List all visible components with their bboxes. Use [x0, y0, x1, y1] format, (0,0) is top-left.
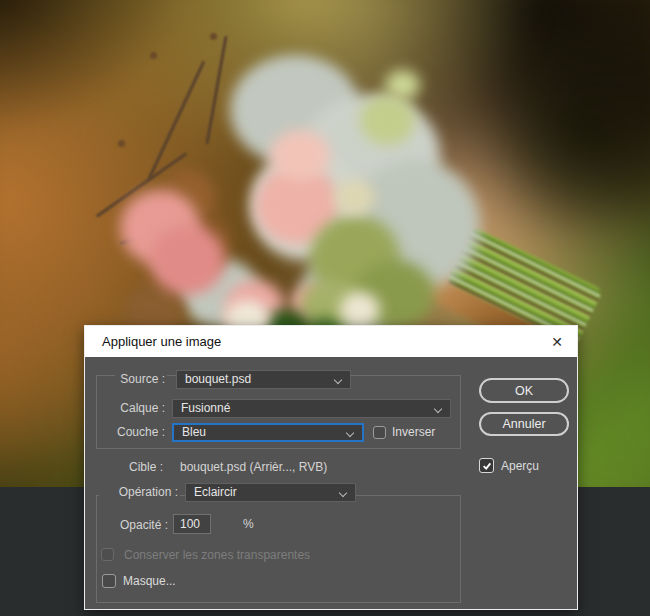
- dialog-title: Appliquer une image: [102, 334, 221, 349]
- photoshop-workspace: Appliquer une image ✕ Source : bouquet.p…: [0, 0, 650, 616]
- cancel-button[interactable]: Annuler: [479, 412, 569, 436]
- channel-select-value: Bleu: [182, 425, 206, 439]
- close-button[interactable]: ✕: [537, 326, 577, 357]
- preserve-transparency-label: Conserver les zones transparentes: [124, 548, 310, 563]
- chevron-down-icon: [339, 489, 347, 497]
- mask-label: Masque...: [123, 574, 176, 589]
- source-label: Source :: [115, 370, 167, 389]
- ok-button-label: OK: [515, 384, 533, 398]
- operation-select[interactable]: Eclaircir: [185, 483, 356, 502]
- preview-checkbox[interactable]: [479, 458, 494, 473]
- source-select-value: bouquet.psd: [185, 372, 251, 386]
- operation-select-value: Eclaircir: [194, 485, 237, 499]
- chevron-down-icon: [434, 405, 442, 413]
- layer-select-value: Fusionné: [181, 401, 230, 415]
- chevron-down-icon: [346, 429, 354, 437]
- invert-checkbox[interactable]: [373, 426, 386, 439]
- invert-label: Inverser: [392, 425, 435, 440]
- layer-label: Calque :: [115, 399, 167, 418]
- channel-select[interactable]: Bleu: [172, 423, 364, 442]
- ok-button[interactable]: OK: [479, 378, 569, 403]
- check-icon: [482, 461, 492, 471]
- channel-label: Couche :: [115, 423, 167, 442]
- target-value: bouquet.psd (Arrièr..., RVB): [180, 458, 327, 477]
- chevron-down-icon: [334, 376, 342, 384]
- layer-select[interactable]: Fusionné: [172, 399, 451, 418]
- close-icon: ✕: [551, 334, 563, 350]
- dialog-titlebar[interactable]: Appliquer une image ✕: [85, 326, 577, 357]
- source-select[interactable]: bouquet.psd: [176, 370, 351, 389]
- operation-label: Opération :: [99, 483, 180, 502]
- apply-image-dialog: Appliquer une image ✕ Source : bouquet.p…: [84, 325, 578, 610]
- cancel-button-label: Annuler: [502, 417, 545, 431]
- opacity-input[interactable]: [173, 514, 211, 534]
- mask-checkbox[interactable]: [102, 574, 116, 588]
- preserve-transparency-checkbox: [101, 548, 114, 561]
- opacity-label: Opacité :: [111, 516, 170, 535]
- target-label: Cible :: [115, 458, 165, 477]
- dialog-body: Source : bouquet.psd Calque : Fusionné C…: [85, 357, 577, 609]
- opacity-unit: %: [243, 515, 254, 534]
- preview-label: Aperçu: [501, 459, 539, 474]
